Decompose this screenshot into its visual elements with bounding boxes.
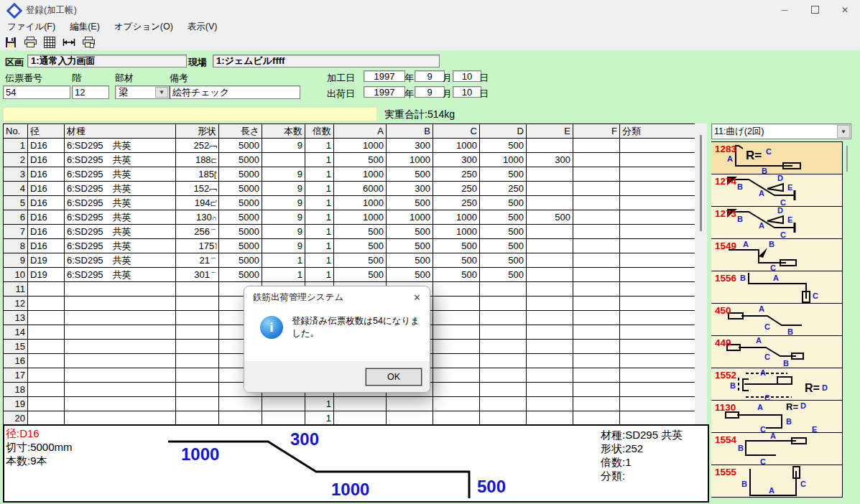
dim-e-cell[interactable] [527, 383, 573, 397]
grid-scrollbar-thumb[interactable] [700, 135, 702, 231]
section-field[interactable]: 1:通常入力画面 [27, 55, 187, 67]
diameter-cell[interactable]: D16 [28, 139, 65, 153]
print-setup-icon[interactable] [81, 35, 96, 49]
multiplier-cell[interactable]: 1 [305, 253, 334, 268]
class-cell[interactable] [620, 297, 697, 311]
grid-icon[interactable] [42, 35, 57, 49]
class-cell[interactable] [620, 383, 697, 397]
row-number[interactable]: 2 [4, 153, 28, 167]
ship-year-input[interactable] [364, 86, 405, 98]
count-cell[interactable]: 9 [262, 196, 305, 210]
length-cell[interactable] [219, 397, 262, 411]
material-cell[interactable]: 6:SD295 共英 [65, 139, 176, 153]
dim-e-cell[interactable]: 500 [527, 210, 573, 225]
diameter-cell[interactable] [28, 411, 65, 426]
length-cell[interactable] [219, 411, 262, 426]
shape-template-1549[interactable]: 1549ABC [711, 239, 843, 271]
dim-a-cell[interactable] [334, 411, 387, 426]
shape-cell[interactable] [176, 368, 219, 383]
class-cell[interactable] [620, 268, 697, 282]
class-cell[interactable] [620, 368, 697, 383]
dim-c-cell[interactable] [433, 325, 480, 340]
diameter-cell[interactable] [28, 354, 65, 368]
multiplier-cell[interactable]: 1 [305, 153, 334, 167]
shape-template-1283[interactable]: 1283R=CAB [711, 142, 843, 174]
row-number[interactable]: 1 [4, 139, 28, 153]
multiplier-cell[interactable]: 1 [305, 167, 334, 182]
diameter-cell[interactable] [28, 340, 65, 354]
save-icon[interactable] [4, 35, 18, 49]
minimize-button[interactable]: ─ [769, 0, 800, 19]
dim-f-cell[interactable] [573, 225, 620, 239]
dim-a-cell[interactable]: 1000 [334, 196, 387, 210]
dim-f-cell[interactable] [573, 139, 620, 153]
class-cell[interactable] [620, 182, 697, 196]
dim-f-cell[interactable] [573, 411, 620, 426]
row-number[interactable]: 17 [4, 368, 28, 383]
shape-cell[interactable] [176, 282, 219, 297]
row-number[interactable]: 12 [4, 297, 28, 311]
dim-c-cell[interactable]: 500 [433, 253, 480, 268]
dim-c-cell[interactable] [433, 311, 480, 325]
dim-c-cell[interactable] [433, 368, 480, 383]
row-number[interactable]: 5 [4, 196, 28, 210]
dim-b-cell[interactable]: 500 [387, 167, 433, 182]
dim-c-cell[interactable]: 300 [433, 153, 480, 167]
length-cell[interactable]: 5000 [219, 253, 262, 268]
shape-category-dropdown[interactable]: 11:曲げ(2回) ▼ [711, 123, 851, 139]
ship-month-input[interactable] [415, 86, 445, 98]
dialog-close-icon[interactable]: ✕ [413, 292, 421, 303]
count-cell[interactable]: 9 [262, 225, 305, 239]
row-number[interactable]: 8 [4, 239, 28, 253]
row-number[interactable]: 14 [4, 325, 28, 340]
dim-e-cell[interactable] [527, 397, 573, 411]
dim-f-cell[interactable] [573, 354, 620, 368]
shape-list-scrollbar[interactable] [846, 146, 848, 172]
dim-c-cell[interactable]: 250 [433, 196, 480, 210]
menu-item-3[interactable]: 表示(V) [180, 21, 225, 33]
length-cell[interactable]: 5000 [219, 182, 262, 196]
class-cell[interactable] [620, 210, 697, 225]
dim-a-cell[interactable]: 1000 [334, 210, 387, 225]
count-cell[interactable]: 9 [262, 167, 305, 182]
count-cell[interactable]: 1 [262, 268, 305, 282]
shape-cell[interactable] [176, 311, 219, 325]
class-cell[interactable] [620, 325, 697, 340]
shape-template-1273[interactable]: 1273BADEC [711, 207, 843, 239]
dim-f-cell[interactable] [573, 196, 620, 210]
shape-template-450[interactable]: 450ACB [711, 304, 843, 336]
material-cell[interactable]: 6:SD295 共英 [65, 182, 176, 196]
dim-c-cell[interactable] [433, 411, 480, 426]
material-cell[interactable]: 6:SD295 共英 [65, 239, 176, 253]
dim-e-cell[interactable] [527, 253, 573, 268]
dim-b-cell[interactable]: 1000 [387, 153, 433, 167]
dim-e-cell[interactable] [527, 340, 573, 354]
dim-b-cell[interactable]: 500 [387, 196, 433, 210]
dim-a-cell[interactable]: 500 [334, 153, 387, 167]
dim-b-cell[interactable]: 500 [387, 268, 433, 282]
dim-d-cell[interactable] [480, 282, 527, 297]
class-cell[interactable] [620, 282, 697, 297]
dim-e-cell[interactable] [527, 325, 573, 340]
dim-d-cell[interactable] [480, 297, 527, 311]
shape-template-1556[interactable]: 1556BAC [711, 271, 843, 304]
dim-e-cell[interactable] [527, 411, 573, 426]
count-cell[interactable]: 9 [262, 182, 305, 196]
multiplier-cell[interactable]: 1 [305, 268, 334, 282]
shape-category-arrow-icon[interactable]: ▼ [837, 125, 850, 138]
material-cell[interactable]: 6:SD295 共英 [65, 196, 176, 210]
material-cell[interactable] [65, 297, 176, 311]
row-number[interactable]: 11 [4, 282, 28, 297]
diameter-cell[interactable]: D16 [28, 239, 65, 253]
dim-e-cell[interactable]: 300 [527, 153, 573, 167]
shape-cell[interactable]: 252⌐¬ [176, 139, 219, 153]
dim-d-cell[interactable]: 500 [480, 253, 527, 268]
dim-a-cell[interactable]: 1000 [334, 167, 387, 182]
diameter-cell[interactable] [28, 368, 65, 383]
material-cell[interactable]: 6:SD295 共英 [65, 210, 176, 225]
dim-c-cell[interactable] [433, 282, 480, 297]
dim-f-cell[interactable] [573, 368, 620, 383]
class-cell[interactable] [620, 253, 697, 268]
shape-cell[interactable]: 185[ʼ [176, 167, 219, 182]
row-number[interactable]: 10 [4, 268, 28, 282]
